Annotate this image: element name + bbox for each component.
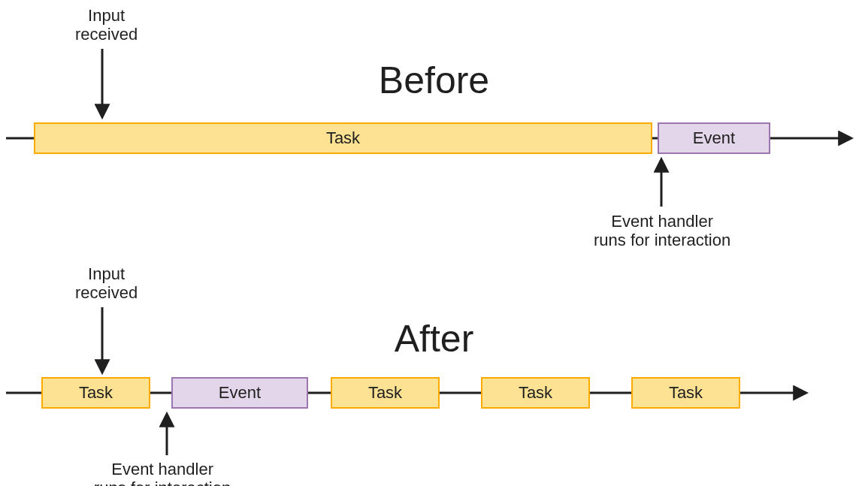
before-event-annot-l2: runs for interaction: [594, 231, 730, 249]
before-event-annot-l1: Event handler: [611, 212, 713, 231]
before-input-annot-l1: Input: [88, 6, 125, 25]
after-task-box-4: Task: [631, 377, 740, 409]
after-title: After: [0, 317, 868, 361]
after-input-annot-l2: received: [75, 283, 138, 302]
before-input-annot: Input received: [75, 6, 138, 44]
after-event-annot-l1: Event handler: [111, 460, 213, 478]
before-title: Before: [0, 59, 868, 102]
after-event-annot: Event handler runs for interaction: [94, 460, 231, 486]
after-task-box-3: Task: [481, 377, 590, 409]
diagram-root: Before Input received Task Event Event h…: [0, 0, 868, 486]
before-task-box: Task: [34, 122, 652, 154]
after-input-annot: Input received: [75, 264, 138, 303]
after-task-box-2: Task: [331, 377, 440, 409]
before-event-annot: Event handler runs for interaction: [594, 212, 730, 250]
after-event-box: Event: [171, 377, 308, 409]
before-input-annot-l2: received: [75, 25, 138, 44]
after-task-box-1: Task: [41, 377, 150, 409]
after-event-annot-l2: runs for interaction: [94, 478, 231, 486]
after-input-annot-l1: Input: [88, 264, 125, 283]
before-event-box: Event: [658, 122, 770, 154]
